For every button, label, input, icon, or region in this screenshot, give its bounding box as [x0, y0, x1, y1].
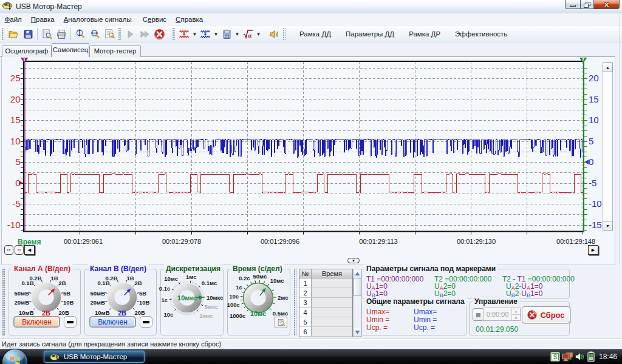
svg-text:15: 15 — [10, 115, 21, 125]
timer-spinbox[interactable]: 0:00:00 ▲ ▼ — [483, 308, 521, 321]
sqrt-alpha-button[interactable]: α — [241, 27, 255, 41]
fast-forward-button[interactable] — [137, 27, 152, 41]
scroll-left-button[interactable]: ◄ — [24, 245, 35, 255]
common-b-1: Umax= — [414, 308, 437, 316]
table-row[interactable]: 5 — [299, 317, 352, 327]
svg-text:10: 10 — [10, 136, 21, 146]
svg-text:10мВ: 10мВ — [19, 309, 34, 316]
menu-1[interactable]: Файл — [0, 15, 26, 24]
chart-vertical-scrollbar[interactable] — [603, 72, 613, 221]
signal-a-red-icon — [179, 29, 190, 40]
toolbar-text-button-4[interactable]: Эффективность — [455, 30, 507, 38]
svg-text:-5: -5 — [12, 198, 20, 209]
marker-2-button[interactable] — [15, 245, 24, 255]
start-button[interactable] — [2, 349, 27, 364]
control-group: Управление 0:00:00 ▲ ▼ Сброс 00:01:29:05… — [469, 302, 570, 335]
channel-b-group: Канал В (В/дел) 10мВ20мВ50мВ0.1В0.2В1В2В… — [84, 269, 157, 335]
zoom-page-button[interactable] — [102, 27, 117, 41]
svg-text:10мВ: 10мВ — [95, 309, 110, 316]
svg-text:100с: 100с — [227, 302, 240, 308]
chart-scroll-up-button[interactable]: ▲ — [603, 62, 613, 72]
menu-4[interactable]: Сервис — [138, 15, 171, 24]
calculator-icon — [221, 29, 233, 40]
menu-3[interactable]: Аналоговые сигналы — [59, 15, 136, 24]
sampling-knob[interactable]: 10с1с0.1с10мс1мс0.1мс10мкс5мкс2мкс10мкс — [156, 272, 228, 335]
title-bar: USB Мотор-Мастер x — [0, 0, 622, 13]
timebase-zoom-button[interactable] — [275, 317, 287, 328]
menu-5[interactable]: Справка — [171, 15, 208, 24]
toolbar-text-button-2[interactable]: Параметры ДД — [346, 30, 394, 38]
zoom-horizontal-button[interactable] — [87, 27, 102, 41]
speaker-icon[interactable] — [575, 352, 586, 362]
save-icon — [22, 29, 34, 40]
sqrt-alpha-dropdown[interactable]: ▼ — [255, 27, 262, 41]
reset-button[interactable]: Сброс — [522, 306, 570, 323]
save-button[interactable] — [21, 27, 35, 41]
sound-icon — [268, 29, 280, 40]
reset-x-icon — [527, 310, 537, 320]
toolbar-text-button-3[interactable]: Рамка ДР — [409, 30, 440, 38]
tab-1[interactable]: Осциллограф — [2, 46, 52, 57]
table-row[interactable]: 6 — [299, 327, 352, 337]
svg-text:2мс: 2мс — [278, 294, 288, 301]
channel-b-minus-button[interactable] — [140, 316, 152, 328]
battery-icon[interactable] — [587, 351, 595, 362]
channel-a-group: Канал А (В/дел) 10мВ20мВ50мВ0.1В0.2В1В2В… — [9, 269, 81, 335]
svg-text:20мВ: 20мВ — [15, 299, 30, 306]
toolbar-grip[interactable] — [173, 28, 175, 40]
print-preview-button[interactable] — [39, 27, 54, 41]
stop-button[interactable] — [152, 27, 166, 41]
sound-button[interactable] — [267, 27, 281, 41]
calculator-button[interactable] — [219, 27, 234, 41]
s-app-icon[interactable]: S — [550, 352, 560, 362]
table-row[interactable]: 4 — [299, 308, 352, 317]
minimize-button[interactable] — [565, 0, 580, 9]
common-params-group: Общие параметры сигнала Umax=Umin =Ucp. … — [361, 302, 466, 335]
close-button[interactable]: x — [594, 0, 620, 9]
common-params-title: Общие параметры сигнала — [364, 297, 466, 306]
signal-b-blue-button[interactable] — [198, 27, 213, 41]
taskbar-app-button[interactable]: USB Мотор-Мастер — [44, 351, 145, 363]
timer-up-button[interactable]: ▲ — [512, 308, 520, 314]
svg-text:20: 20 — [10, 94, 21, 104]
collapse-panel-button[interactable]: ▼ — [347, 258, 360, 263]
channel-b-on-button[interactable]: Включен — [89, 316, 136, 328]
tab-3[interactable]: Мотор-тестер — [89, 46, 141, 57]
scroll-right-button[interactable]: ► — [588, 245, 598, 255]
signal-b-blue-dropdown[interactable]: ▼ — [213, 27, 219, 41]
chart-scroll-down-button[interactable]: ▼ — [603, 221, 613, 231]
signal-a-red-dropdown[interactable]: ▼ — [191, 27, 198, 41]
svg-text:1мс: 1мс — [186, 274, 196, 280]
svg-text:0: 0 — [589, 157, 593, 167]
marker-1-button[interactable] — [4, 245, 13, 255]
channel-a-minus-button[interactable] — [64, 316, 77, 328]
table-row[interactable]: 3 — [299, 298, 352, 308]
print-button[interactable] — [54, 27, 69, 41]
toolbar-grip[interactable] — [283, 28, 285, 40]
channel-a-knob[interactable]: 10мВ20мВ50мВ0.1В0.2В1В2В5В10В20В2В — [9, 272, 81, 318]
toolbar-text-button-1[interactable]: Рамка ДД — [299, 30, 331, 38]
time-tick-label-3: 00:01:29:096 — [250, 238, 310, 245]
svg-text:10: 10 — [589, 115, 599, 125]
svg-text:10В: 10В — [63, 299, 74, 306]
panel-grip[interactable] — [2, 269, 5, 335]
table-row[interactable]: 2 — [299, 288, 352, 298]
channel-b-knob[interactable]: 10мВ20мВ50мВ0.1В0.2В1В2В5В10В20В2В — [85, 272, 157, 318]
zoom-vertical-button[interactable] — [73, 27, 87, 41]
channel-a-on-button[interactable]: Включен — [13, 316, 60, 328]
play-button[interactable] — [123, 27, 137, 41]
zoom-vertical-icon — [75, 29, 86, 40]
toolbar-grip[interactable] — [118, 28, 121, 40]
network-monitors-icon[interactable] — [562, 352, 573, 362]
toolbar-grip[interactable] — [2, 28, 4, 40]
table-row[interactable]: 1 — [299, 278, 352, 288]
timer-down-button[interactable]: ▼ — [512, 314, 520, 320]
svg-text:5В: 5В — [139, 290, 146, 297]
menu-2[interactable]: Правка — [26, 15, 59, 24]
calculator-dropdown[interactable]: ▼ — [234, 27, 241, 41]
open-folder-button[interactable] — [6, 27, 21, 41]
signal-a-red-button[interactable] — [177, 27, 191, 41]
marker-params-group: Параметры сигнала под маркерами T1 =00:0… — [361, 269, 570, 299]
pause-button[interactable] — [473, 308, 484, 321]
tab-2[interactable]: Самописец — [52, 43, 89, 57]
